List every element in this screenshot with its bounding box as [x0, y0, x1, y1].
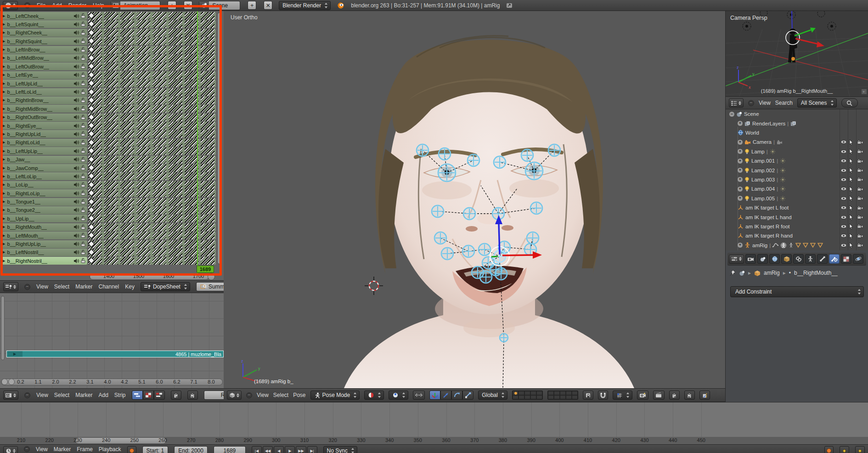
mute-speaker-icon[interactable]	[74, 191, 79, 196]
layer-cell[interactable]	[536, 395, 542, 399]
snap-element-dropdown[interactable]	[613, 391, 632, 400]
selectability-cursor-icon[interactable]	[849, 139, 856, 145]
layer-cell[interactable]	[536, 391, 542, 395]
outliner-item-lamp[interactable]: +Lamp|	[726, 147, 868, 156]
tri-icon[interactable]	[803, 243, 808, 248]
viewport-3d[interactable]: User Ortho z y x (1689) amRig b_ − View …	[224, 11, 725, 402]
menu-select[interactable]: Select	[54, 283, 69, 290]
expand-triangle-icon[interactable]: ▶	[3, 23, 5, 26]
expand-triangle-icon[interactable]: ▶	[3, 115, 5, 119]
manipulator-toggle[interactable]	[413, 391, 425, 400]
layer-cell[interactable]	[519, 391, 524, 395]
render-engine-dropdown[interactable]: Blender Render	[279, 1, 331, 10]
menu-view[interactable]: View	[36, 392, 48, 398]
jump-start-button[interactable]: |◀	[252, 446, 262, 453]
add-constraint-dropdown[interactable]: Add Constraint	[730, 286, 864, 297]
renderability-camera-icon[interactable]	[857, 140, 864, 145]
dope-scroll-handle[interactable]	[90, 273, 209, 280]
expand-icon[interactable]: +	[738, 243, 743, 248]
menu-marker[interactable]: Marker	[75, 283, 92, 290]
expand-triangle-icon[interactable]: ▶	[3, 82, 5, 85]
properties-tab-bone[interactable]	[817, 254, 828, 264]
menu-pose[interactable]: Pose	[293, 392, 305, 398]
expand-triangle-icon[interactable]: ▶	[3, 200, 5, 204]
unlock-icon[interactable]	[81, 174, 85, 179]
frame-end-field[interactable]: End: 2000	[174, 446, 208, 453]
visibility-eye-icon[interactable]	[840, 205, 848, 210]
breadcrumb-bone[interactable]: b__RightMouth__	[794, 270, 838, 276]
collapse-menus-icon[interactable]: −	[246, 392, 252, 398]
menu-channel[interactable]: Channel	[99, 283, 119, 290]
layer-cell[interactable]	[519, 395, 524, 399]
timeline-scrollbar[interactable]: 2102202302402502602702802903003103203303…	[0, 437, 868, 444]
expand-triangle-icon[interactable]: ▶	[3, 225, 5, 229]
selectability-cursor-icon[interactable]	[849, 242, 856, 248]
menu-frame[interactable]: Frame	[77, 446, 93, 453]
dopesheet-channel-row[interactable]: ▶b__RightSquint__	[1, 37, 216, 45]
breadcrumb-object[interactable]: amRig	[764, 270, 780, 276]
expand-triangle-icon[interactable]: ▶	[3, 217, 5, 221]
dopesheet-channel-row[interactable]: ▶b__Tongue1__	[1, 198, 216, 206]
layer-cell[interactable]	[566, 391, 572, 395]
dopesheet-channel-row[interactable]: ▶b__RightUpLid__	[1, 130, 216, 138]
paste-flipped-pose-button[interactable]	[699, 391, 710, 400]
pivot-point-dropdown[interactable]	[389, 391, 408, 400]
unlock-icon[interactable]	[81, 131, 85, 136]
fcurve-icon[interactable]	[772, 243, 778, 248]
visibility-eye-icon[interactable]	[840, 159, 848, 163]
expand-triangle-icon[interactable]: ▶	[3, 175, 5, 178]
selectability-cursor-icon[interactable]	[849, 186, 856, 192]
play-button[interactable]: ▶	[285, 446, 295, 453]
outliner-item-am-ik-target-l-hand[interactable]: am IK target L hand	[726, 212, 868, 221]
collapse-menus-icon[interactable]: −	[24, 284, 30, 290]
unlock-icon[interactable]	[81, 22, 85, 27]
timeline-scroll-handle[interactable]	[76, 438, 166, 443]
expand-triangle-icon[interactable]: ▶	[3, 158, 5, 161]
view-sequencer-button[interactable]	[132, 391, 143, 400]
outliner-search-input[interactable]	[841, 98, 858, 108]
dopesheet-channel-row[interactable]: ▶b__RightCheek__	[1, 29, 216, 37]
paste-icon[interactable]	[187, 391, 198, 400]
prev-frame-button[interactable]: ◀	[274, 446, 284, 453]
outliner-item-amrig[interactable]: +amRig|	[726, 241, 868, 250]
unlock-icon[interactable]	[81, 115, 85, 120]
menu-file[interactable]: File	[37, 2, 45, 9]
unlock-icon[interactable]	[81, 157, 85, 162]
renderability-camera-icon[interactable]	[857, 215, 864, 220]
expand-triangle-icon[interactable]: ▶	[3, 107, 5, 111]
expand-icon[interactable]: +	[738, 196, 743, 201]
current-frame-line[interactable]	[197, 11, 198, 274]
layer-cell[interactable]	[513, 391, 519, 395]
mute-speaker-icon[interactable]	[74, 216, 79, 221]
layer-cell[interactable]	[513, 395, 519, 399]
visibility-eye-icon[interactable]	[840, 140, 848, 144]
rotate-manipulator-icon[interactable]	[451, 391, 462, 400]
outliner-item-am-ik-target-l-foot[interactable]: am IK target L foot	[726, 203, 868, 212]
unlock-icon[interactable]	[81, 250, 85, 255]
sequencer-scroll-knob[interactable]	[1, 379, 8, 385]
selectability-cursor-icon[interactable]	[849, 176, 856, 182]
mute-speaker-icon[interactable]	[74, 64, 79, 69]
menu-key[interactable]: Key	[125, 283, 135, 290]
dopesheet-channel-row[interactable]: ▶b__LeftSquint__	[1, 20, 216, 28]
expand-triangle-icon[interactable]: ▶	[3, 208, 5, 212]
properties-tab-scene[interactable]	[757, 254, 768, 264]
pin-icon[interactable]	[729, 270, 736, 276]
editor-type-button-dopesheet[interactable]	[3, 282, 18, 291]
mute-speaker-icon[interactable]	[74, 73, 79, 77]
unlock-icon[interactable]	[81, 56, 85, 61]
renderability-camera-icon[interactable]	[857, 149, 864, 154]
layer-cell[interactable]	[560, 391, 566, 395]
menu-render[interactable]: Render	[68, 2, 86, 9]
unlock-icon[interactable]	[81, 191, 85, 196]
expand-triangle-icon[interactable]: ▶	[3, 40, 5, 43]
mute-speaker-icon[interactable]	[74, 149, 79, 153]
expand-triangle-icon[interactable]: ▶	[3, 73, 5, 77]
mute-speaker-icon[interactable]	[74, 107, 79, 111]
selectability-cursor-icon[interactable]	[849, 223, 856, 229]
layer-cell[interactable]	[530, 395, 536, 399]
dopesheet-channel-row[interactable]: ▶b__LoLip__	[1, 181, 216, 189]
outliner-item-lamp-003[interactable]: +Lamp.003|	[726, 175, 868, 184]
layer-cell[interactable]	[554, 395, 560, 399]
copy-pose-button[interactable]	[669, 391, 680, 400]
